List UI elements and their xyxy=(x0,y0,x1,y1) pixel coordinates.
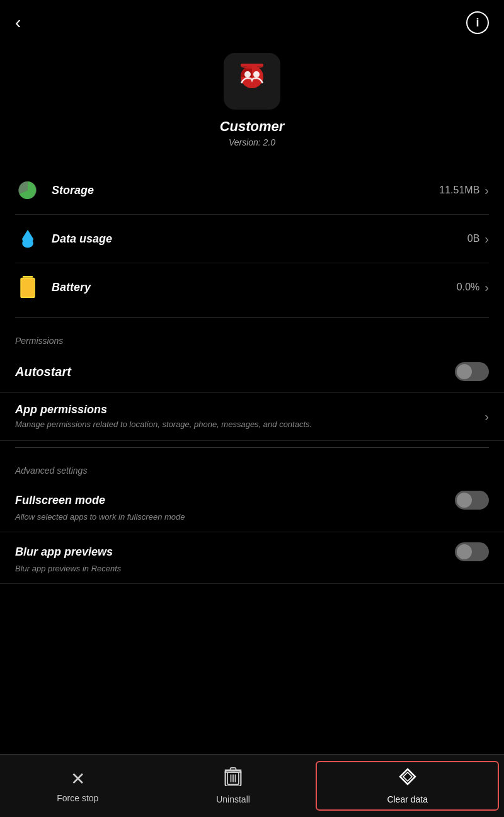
force-stop-icon: ✕ xyxy=(71,768,85,789)
header: ‹ i xyxy=(0,0,504,40)
info-icon: i xyxy=(476,16,479,30)
battery-label: Battery xyxy=(52,281,457,294)
app-icon-svg xyxy=(230,59,274,103)
data-usage-icon xyxy=(15,226,40,251)
blur-desc: Blur app previews in Recents xyxy=(15,564,489,573)
main-divider xyxy=(15,317,489,318)
advanced-section-label: Advanced settings xyxy=(0,454,504,481)
data-usage-row[interactable]: Data usage 0B › xyxy=(15,215,489,263)
force-stop-button[interactable]: ✕ Force stop xyxy=(0,762,156,809)
main-settings: Storage 11.51MB › Data usage 0B › Batter… xyxy=(0,166,504,311)
permissions-section-label: Permissions xyxy=(0,324,504,351)
svg-rect-5 xyxy=(241,64,263,66)
autostart-label: Autostart xyxy=(15,365,455,379)
app-permissions-desc: Manage permissions related to location, … xyxy=(15,419,478,430)
app-permissions-text: App permissions Manage permissions relat… xyxy=(15,403,478,430)
svg-rect-10 xyxy=(21,279,34,297)
storage-icon xyxy=(15,178,40,203)
fullscreen-row[interactable]: Fullscreen mode Allow selected apps to w… xyxy=(0,481,504,532)
blur-title: Blur app previews xyxy=(15,546,455,559)
storage-value: 11.51MB xyxy=(439,185,479,196)
data-usage-label: Data usage xyxy=(52,232,467,246)
svg-point-3 xyxy=(253,71,260,77)
battery-icon xyxy=(15,275,40,300)
fullscreen-title: Fullscreen mode xyxy=(15,494,455,507)
battery-value: 0.0% xyxy=(457,282,479,293)
data-usage-value: 0B xyxy=(467,233,480,244)
bottom-bar: ✕ Force stop Uninstall Clear d xyxy=(0,754,504,817)
data-usage-chevron: › xyxy=(484,232,489,246)
app-permissions-row[interactable]: App permissions Manage permissions relat… xyxy=(0,393,504,441)
app-permissions-title: App permissions xyxy=(15,403,478,416)
back-button[interactable]: ‹ xyxy=(15,13,21,33)
svg-point-7 xyxy=(22,239,33,248)
storage-label: Storage xyxy=(52,184,439,197)
app-icon-area: Customer Version: 2.0 xyxy=(0,40,504,166)
svg-rect-8 xyxy=(23,276,33,278)
fullscreen-toggle[interactable] xyxy=(455,491,489,510)
autostart-toggle[interactable] xyxy=(455,362,489,381)
battery-chevron: › xyxy=(484,280,489,295)
app-permissions-chevron: › xyxy=(484,409,489,424)
blur-top: Blur app previews xyxy=(15,542,489,561)
storage-chevron: › xyxy=(484,183,489,198)
svg-point-2 xyxy=(244,71,251,77)
info-button[interactable]: i xyxy=(466,11,489,34)
force-stop-label: Force stop xyxy=(57,793,98,803)
storage-row[interactable]: Storage 11.51MB › xyxy=(15,166,489,215)
uninstall-label: Uninstall xyxy=(216,794,250,804)
blur-toggle[interactable] xyxy=(455,542,489,561)
clear-data-icon xyxy=(398,767,417,791)
clear-data-button[interactable]: Clear data xyxy=(316,761,499,811)
advanced-divider xyxy=(15,447,489,448)
app-name: Customer xyxy=(220,118,285,135)
blur-row[interactable]: Blur app previews Blur app previews in R… xyxy=(0,532,504,584)
app-icon xyxy=(224,53,280,110)
clear-data-label: Clear data xyxy=(387,794,428,804)
battery-row[interactable]: Battery 0.0% › xyxy=(15,263,489,311)
autostart-row[interactable]: Autostart xyxy=(0,351,504,393)
fullscreen-desc: Allow selected apps to work in fullscree… xyxy=(15,512,489,522)
uninstall-button[interactable]: Uninstall xyxy=(156,761,311,811)
fullscreen-top: Fullscreen mode xyxy=(15,491,489,510)
bottom-spacer xyxy=(0,584,504,647)
app-version: Version: 2.0 xyxy=(229,137,275,147)
uninstall-icon xyxy=(224,767,242,791)
